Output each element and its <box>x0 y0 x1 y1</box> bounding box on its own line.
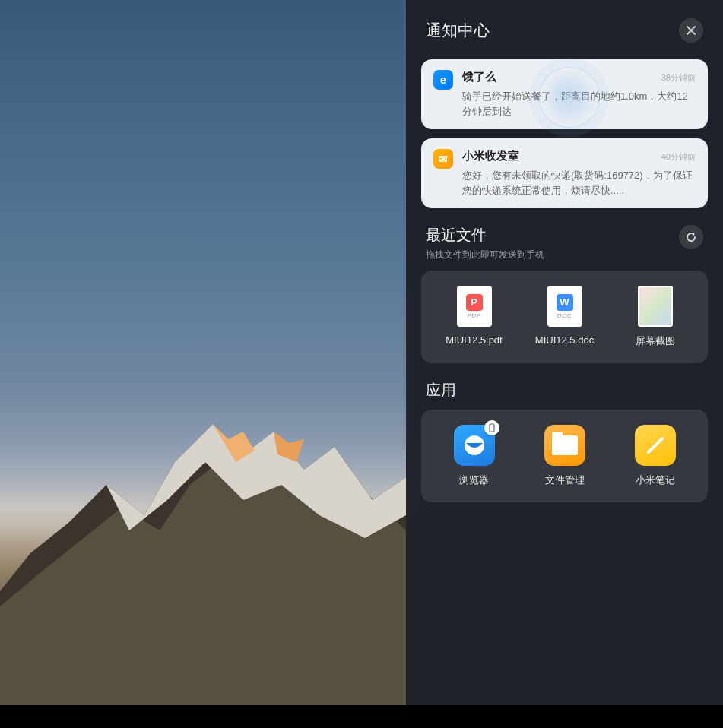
file-label: MIUI12.5.doc <box>535 334 594 346</box>
pencil-icon <box>645 436 664 454</box>
notification-message: 您好，您有未领取的快递(取货码:169772)，为了保证您的快递系统正常使用，烦… <box>462 168 696 198</box>
image-file-icon <box>638 286 673 327</box>
doc-file-icon: W DOC <box>547 286 582 327</box>
app-label: 小米笔记 <box>636 473 675 487</box>
notification-time: 40分钟前 <box>661 151 696 163</box>
panel-header: 通知中心 <box>421 18 708 43</box>
phone-badge-icon <box>484 420 499 435</box>
app-label: 文件管理 <box>545 473 585 487</box>
svg-rect-2 <box>490 424 494 432</box>
file-badge: P <box>466 294 483 311</box>
app-label: 浏览器 <box>459 473 489 487</box>
close-button[interactable] <box>679 18 703 43</box>
apps-panel: 浏览器 文件管理 小米笔记 <box>421 410 708 502</box>
recent-files-title: 最近文件 <box>426 225 544 245</box>
recent-files-header: 最近文件 拖拽文件到此即可发送到手机 <box>421 225 708 261</box>
icon-glyph: ✉ <box>439 153 448 165</box>
apps-header: 应用 <box>421 380 708 400</box>
file-ext: DOC <box>557 312 572 319</box>
xiaomi-app-icon: ✉ <box>433 149 453 169</box>
mountain-graphic <box>0 378 406 705</box>
notes-app-icon <box>635 425 676 466</box>
pdf-file-icon: P PDF <box>457 286 492 327</box>
notification-item-eleme[interactable]: e 饿了么 38分钟前 骑手已经开始送餐了，距离目的地约1.0km，大约12分钟… <box>421 59 708 129</box>
app-item-file-manager[interactable]: 文件管理 <box>523 425 607 487</box>
notification-panel: 通知中心 e 饿了么 38分钟前 骑手已经开始送餐了，距离目的地约1.0km，大… <box>406 0 723 705</box>
refresh-icon <box>685 231 697 243</box>
file-label: 屏幕截图 <box>636 334 675 348</box>
app-item-notes[interactable]: 小米笔记 <box>614 425 697 487</box>
notification-item-xiaomi[interactable]: ✉ 小米收发室 40分钟前 您好，您有未领取的快递(取货码:169772)，为了… <box>421 138 708 208</box>
recent-files-panel: P PDF MIUI12.5.pdf W DOC MIUI12.5.doc 屏幕… <box>421 271 708 363</box>
browser-app-icon <box>454 425 495 466</box>
globe-icon <box>461 432 487 458</box>
panel-title: 通知中心 <box>426 20 490 41</box>
app-item-browser[interactable]: 浏览器 <box>433 425 516 487</box>
file-label: MIUI12.5.pdf <box>446 334 502 346</box>
file-badge: W <box>557 294 573 311</box>
bottom-letterbox <box>0 705 723 728</box>
refresh-button[interactable] <box>679 225 703 249</box>
notification-time: 38分钟前 <box>661 72 696 84</box>
notification-title: 小米收发室 <box>462 149 519 163</box>
notification-title: 饿了么 <box>462 70 496 84</box>
file-item-doc[interactable]: W DOC MIUI12.5.doc <box>523 286 607 348</box>
recent-files-subtitle: 拖拽文件到此即可发送到手机 <box>426 248 544 261</box>
file-ext: PDF <box>468 312 481 319</box>
close-icon <box>686 25 696 36</box>
notification-body: 小米收发室 40分钟前 您好，您有未领取的快递(取货码:169772)，为了保证… <box>462 149 696 198</box>
eleme-app-icon: e <box>433 70 453 90</box>
file-item-pdf[interactable]: P PDF MIUI12.5.pdf <box>433 286 516 348</box>
notification-body: 饿了么 38分钟前 骑手已经开始送餐了，距离目的地约1.0km，大约12分钟后到… <box>462 70 696 119</box>
desktop-wallpaper <box>0 0 406 705</box>
notification-message: 骑手已经开始送餐了，距离目的地约1.0km，大约12分钟后到达 <box>462 89 696 119</box>
folder-icon <box>552 435 578 455</box>
file-manager-app-icon <box>544 425 585 466</box>
apps-title: 应用 <box>426 380 456 400</box>
file-item-screenshot[interactable]: 屏幕截图 <box>614 286 697 348</box>
icon-glyph: e <box>440 74 446 86</box>
